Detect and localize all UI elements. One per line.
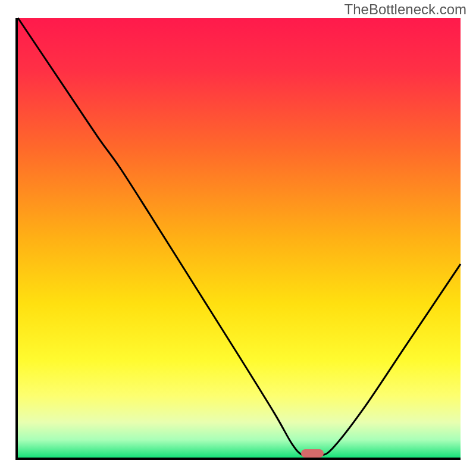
- optimal-point-marker: [301, 449, 324, 458]
- chart-container: TheBottleneck.com: [0, 0, 476, 476]
- plot-area: [15, 18, 461, 460]
- bottleneck-curve: [18, 18, 461, 458]
- watermark-text: TheBottleneck.com: [345, 1, 466, 18]
